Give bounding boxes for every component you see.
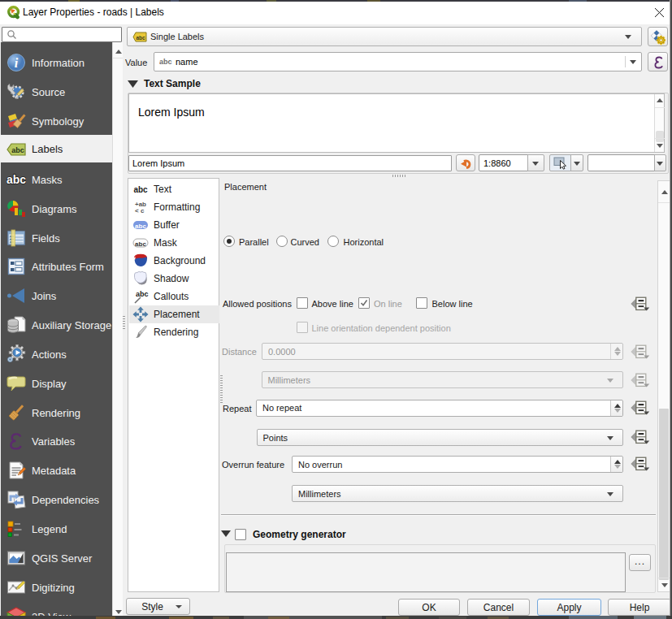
- svg-text:< c: < c: [135, 207, 145, 214]
- svg-text:abc: abc: [135, 240, 146, 248]
- svg-text:abc: abc: [133, 185, 148, 194]
- svg-text:abc: abc: [7, 173, 26, 186]
- svg-text:abc: abc: [136, 290, 149, 298]
- svg-text:abc: abc: [136, 35, 145, 41]
- svg-text:abc: abc: [11, 146, 24, 154]
- svg-text:abc: abc: [135, 223, 146, 230]
- svg-text:i: i: [15, 56, 19, 70]
